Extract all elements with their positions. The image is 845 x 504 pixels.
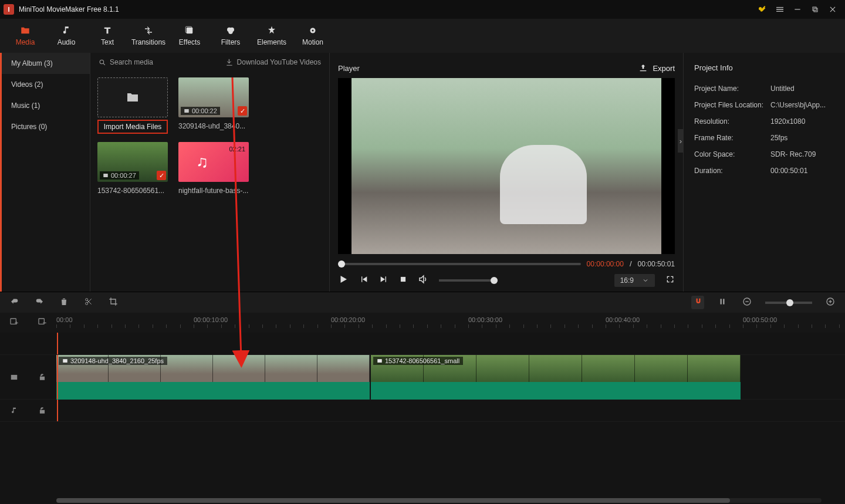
maximize-button[interactable]: [806, 2, 824, 16]
import-media-button[interactable]: Import Media Files: [97, 120, 168, 134]
svg-rect-14: [721, 299, 722, 304]
split-button[interactable]: [82, 297, 95, 308]
download-youtube[interactable]: Download YouTube Videos: [225, 58, 321, 66]
close-button[interactable]: [824, 2, 841, 16]
check-icon: ✓: [238, 106, 247, 116]
info-row: Color Space:SDR- Rec.709: [684, 146, 845, 163]
app-title: MiniTool MovieMaker Free 8.1.1: [19, 5, 753, 13]
tab-label: Motion: [302, 38, 323, 46]
tab-media[interactable]: Media: [5, 19, 46, 53]
media-item[interactable]: ♫ 02:21 nightfall-future-bass-...: [178, 142, 249, 195]
media-item-name: 153742-806506561...: [97, 187, 168, 195]
export-icon: [638, 63, 648, 73]
film-icon: [377, 358, 383, 364]
tab-transitions[interactable]: Transitions: [128, 19, 169, 53]
import-cell[interactable]: Import Media Files: [97, 77, 168, 134]
info-header: Project Info: [684, 59, 845, 80]
svg-point-9: [312, 30, 314, 32]
svg-point-10: [100, 60, 104, 64]
svg-rect-23: [11, 374, 18, 379]
timeline-scrollbar[interactable]: [56, 498, 822, 503]
svg-point-7: [228, 30, 233, 35]
tab-elements[interactable]: Elements: [251, 19, 292, 53]
timeline-tracks: 3209148-uhd_3840_2160_25fps 153742-80650…: [0, 333, 845, 504]
play-button[interactable]: [338, 274, 349, 286]
next-frame-button[interactable]: [379, 275, 388, 286]
tab-filters[interactable]: Filters: [210, 19, 251, 53]
crop-button[interactable]: [107, 297, 120, 308]
tab-motion[interactable]: Motion: [292, 19, 333, 53]
info-row: Project Files Location:C:\Users\bj\App..…: [684, 97, 845, 113]
duration-badge: 00:00:22: [181, 107, 220, 115]
film-icon: [10, 373, 18, 381]
sidebar-item-myalbum[interactable]: My Album (3): [2, 53, 90, 74]
svg-rect-2: [814, 8, 817, 12]
remove-track-button[interactable]: [38, 317, 47, 329]
clip-b[interactable]: 153742-806506561_small: [371, 355, 741, 382]
media-item[interactable]: 00:00:27 ✓ 153742-806506561...: [97, 142, 168, 195]
prev-frame-button[interactable]: [359, 275, 369, 286]
volume-button[interactable]: [418, 274, 428, 286]
svg-rect-24: [63, 359, 67, 363]
sidebar-item-videos[interactable]: Videos (2): [2, 74, 90, 95]
svg-rect-0: [795, 9, 800, 9]
preview-area[interactable]: [338, 78, 675, 254]
zoom-in-button[interactable]: [824, 297, 837, 308]
svg-rect-12: [103, 174, 108, 177]
add-track-button[interactable]: [9, 317, 19, 329]
tab-effects[interactable]: Effects: [169, 19, 210, 53]
unlock-icon[interactable]: [38, 407, 46, 415]
tab-audio[interactable]: Audio: [46, 19, 87, 53]
download-icon: [225, 58, 234, 66]
media-library: Search media Download YouTube Videos Imp…: [90, 53, 330, 292]
redo-button[interactable]: [33, 296, 46, 309]
svg-rect-11: [184, 109, 189, 113]
clip-b-audio[interactable]: [371, 382, 741, 400]
time-current: 00:00:00:00: [587, 260, 624, 268]
clip-a-audio[interactable]: [56, 382, 370, 400]
aspect-select[interactable]: 16:9: [614, 274, 655, 287]
unlock-icon[interactable]: [38, 373, 46, 381]
collapse-info-icon[interactable]: ›: [678, 129, 684, 153]
media-item-name: nightfall-future-bass-...: [178, 187, 249, 195]
zoom-slider[interactable]: [765, 302, 812, 304]
sidebar-item-pictures[interactable]: Pictures (0): [2, 116, 90, 137]
zoom-out-button[interactable]: [741, 297, 753, 308]
sidebar-item-music[interactable]: Music (1): [2, 95, 90, 116]
tab-label: Transitions: [131, 38, 165, 46]
timeline-ruler[interactable]: 00:0000:00:10:0000:00:20:0000:00:30:0000…: [56, 313, 845, 333]
delete-button[interactable]: [58, 297, 70, 308]
tab-text[interactable]: Text: [87, 19, 128, 53]
license-key-icon[interactable]: [753, 2, 771, 16]
player-panel: Player Export 00:00:00:00 / 00:00:50:01 …: [330, 53, 683, 292]
film-icon: [103, 172, 109, 178]
title-bar: I MiniTool MovieMaker Free 8.1.1: [0, 0, 845, 19]
clip-a[interactable]: 3209148-uhd_3840_2160_25fps: [56, 355, 370, 382]
fullscreen-button[interactable]: [665, 275, 675, 286]
music-note-icon: ♫: [196, 153, 208, 171]
video-track: 3209148-uhd_3840_2160_25fps 153742-80650…: [0, 355, 845, 400]
svg-rect-15: [723, 299, 724, 304]
snap-toggle[interactable]: [691, 296, 704, 309]
undo-button[interactable]: [8, 296, 21, 309]
menu-icon[interactable]: [771, 2, 789, 16]
tab-label: Media: [16, 38, 35, 46]
marker-button[interactable]: [716, 297, 729, 307]
tab-label: Effects: [179, 38, 200, 46]
player-label: Player: [338, 64, 638, 73]
volume-slider[interactable]: [439, 279, 498, 282]
film-icon: [184, 108, 190, 114]
svg-rect-17: [745, 301, 748, 302]
ribbon-tabs: Media Audio Text Transitions Effects Fil…: [0, 19, 845, 53]
search-icon: [99, 59, 106, 66]
svg-rect-20: [830, 300, 830, 303]
media-item[interactable]: 00:00:22 ✓ 3209148-uhd_3840...: [178, 77, 249, 134]
seek-bar[interactable]: [338, 263, 581, 265]
export-button[interactable]: Export: [638, 63, 675, 73]
film-icon: [62, 358, 68, 364]
stop-button[interactable]: [399, 275, 407, 285]
minimize-button[interactable]: [789, 2, 806, 16]
media-item-name: 3209148-uhd_3840...: [178, 122, 249, 130]
search-media[interactable]: Search media: [99, 58, 225, 66]
tab-label: Elements: [257, 38, 286, 46]
